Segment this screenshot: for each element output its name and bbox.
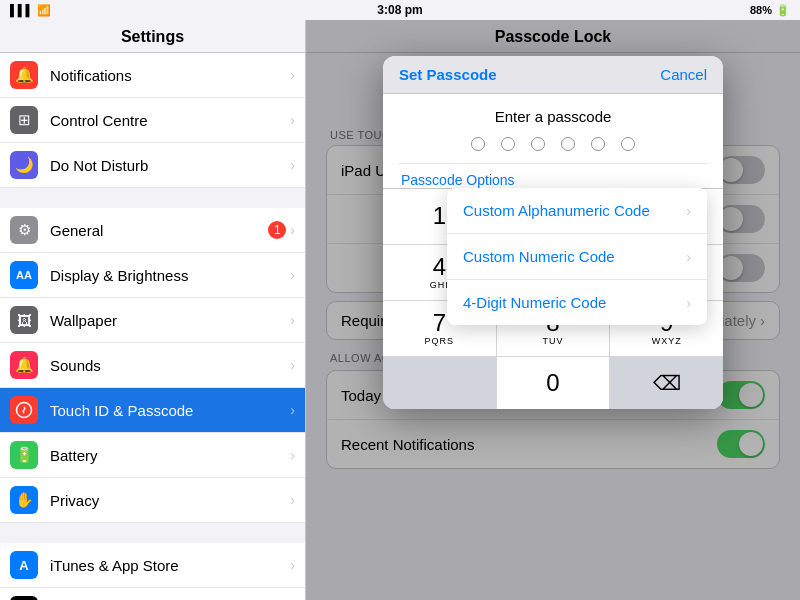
status-bar: ▌▌▌ 📶 3:08 pm 88% 🔋 (0, 0, 800, 20)
dialog-cancel-button[interactable]: Cancel (660, 66, 707, 83)
status-left: ▌▌▌ 📶 (10, 4, 51, 17)
chevron-icon: › (290, 492, 295, 508)
passcode-dots (399, 137, 707, 151)
status-time: 3:08 pm (377, 3, 422, 17)
sidebar-title: Settings (0, 20, 305, 53)
notifications-label: Notifications (50, 67, 290, 84)
chevron-icon: › (290, 402, 295, 418)
sidebar-item-sounds[interactable]: 🔔 Sounds › (0, 343, 305, 388)
options-item-4digit[interactable]: 4-Digit Numeric Code › (447, 280, 707, 325)
sidebar-item-display[interactable]: AA Display & Brightness › (0, 253, 305, 298)
battery-percent: 88% (750, 4, 772, 16)
sidebar-item-wallpaper[interactable]: 🖼 Wallpaper › (0, 298, 305, 343)
dot-5 (591, 137, 605, 151)
dot-6 (621, 137, 635, 151)
wifi-icon: 📶 (37, 4, 51, 17)
passcode-dialog: Set Passcode Cancel Enter a passcode (383, 56, 723, 409)
sidebar-item-do-not-disturb[interactable]: 🌙 Do Not Disturb › (0, 143, 305, 188)
chevron-icon: › (290, 557, 295, 573)
dialog-set-label: Set Passcode (399, 66, 497, 83)
do-not-disturb-label: Do Not Disturb (50, 157, 290, 174)
control-centre-icon: ⊞ (10, 106, 38, 134)
notifications-icon: 🔔 (10, 61, 38, 89)
backspace-icon: ⌫ (653, 371, 681, 395)
dialog-overlay: Set Passcode Cancel Enter a passcode (306, 20, 800, 600)
main-layout: Settings 🔔 Notifications › ⊞ Control Cen… (0, 20, 800, 600)
dot-2 (501, 137, 515, 151)
sidebar-item-control-centre[interactable]: ⊞ Control Centre › (0, 98, 305, 143)
sidebar-item-notifications[interactable]: 🔔 Notifications › (0, 53, 305, 98)
sidebar-group-1: 🔔 Notifications › ⊞ Control Centre › 🌙 D… (0, 53, 305, 188)
chevron-icon: › (290, 447, 295, 463)
num-digit-0: 0 (546, 371, 559, 395)
sidebar: Settings 🔔 Notifications › ⊞ Control Cen… (0, 20, 306, 600)
general-label: General (50, 222, 268, 239)
chevron-icon: › (290, 112, 295, 128)
num-key-backspace[interactable]: ⌫ (610, 357, 723, 409)
passcode-options-container: Passcode Options Custom Alphanumeric Cod… (399, 163, 707, 188)
chevron-icon: › (290, 222, 295, 238)
numeric-chevron: › (686, 249, 691, 265)
dot-1 (471, 137, 485, 151)
do-not-disturb-icon: 🌙 (10, 151, 38, 179)
display-label: Display & Brightness (50, 267, 290, 284)
4digit-label: 4-Digit Numeric Code (463, 294, 606, 311)
sidebar-item-general[interactable]: ⚙ General 1 › (0, 208, 305, 253)
num-digit-1: 1 (433, 204, 446, 228)
alphanumeric-chevron: › (686, 203, 691, 219)
sidebar-group-3: A iTunes & App Store › 💳 Wallet & Apple … (0, 543, 305, 600)
passcode-options-button[interactable]: Passcode Options (401, 172, 515, 188)
numeric-label: Custom Numeric Code (463, 248, 615, 265)
sidebar-gap (0, 188, 305, 208)
enter-passcode-label: Enter a passcode (399, 108, 707, 125)
num-letters-8: TUV (542, 336, 563, 346)
sounds-icon: 🔔 (10, 351, 38, 379)
right-panel: Passcode Lock USE TOUCH ID FOR: (306, 20, 800, 600)
sidebar-item-touch-id[interactable]: Touch ID & Passcode › (0, 388, 305, 433)
chevron-icon: › (290, 267, 295, 283)
chevron-icon: › (290, 312, 295, 328)
sidebar-group-2: ⚙ General 1 › AA Display & Brightness › … (0, 208, 305, 523)
dot-4 (561, 137, 575, 151)
4digit-chevron: › (686, 295, 691, 311)
sidebar-item-battery[interactable]: 🔋 Battery › (0, 433, 305, 478)
privacy-label: Privacy (50, 492, 290, 509)
passcode-options-row: Passcode Options (399, 163, 707, 188)
dialog-body: Enter a passcode Passcode Options (383, 94, 723, 188)
num-digit-4: 4 (433, 255, 446, 279)
battery-label: Battery (50, 447, 290, 464)
general-badge: 1 (268, 221, 286, 239)
status-right: 88% 🔋 (750, 4, 790, 17)
chevron-icon: › (290, 157, 295, 173)
display-icon: AA (10, 261, 38, 289)
num-digit-7: 7 (433, 311, 446, 335)
num-letters-4: GHI (430, 280, 449, 290)
signal-icon: ▌▌▌ (10, 4, 33, 16)
options-dropdown: Custom Alphanumeric Code › Custom Numeri… (447, 188, 707, 325)
num-key-empty (383, 357, 496, 409)
dialog-header: Set Passcode Cancel (383, 56, 723, 94)
num-letters-7: PQRS (425, 336, 455, 346)
itunes-icon: A (10, 551, 38, 579)
sounds-label: Sounds (50, 357, 290, 374)
dot-3 (531, 137, 545, 151)
alphanumeric-label: Custom Alphanumeric Code (463, 202, 650, 219)
num-letters-9: WXYZ (652, 336, 682, 346)
touch-id-icon-sidebar (10, 396, 38, 424)
options-item-alphanumeric[interactable]: Custom Alphanumeric Code › (447, 188, 707, 234)
sidebar-item-wallet[interactable]: 💳 Wallet & Apple Pay › (0, 588, 305, 600)
chevron-icon: › (290, 67, 295, 83)
wallet-icon: 💳 (10, 596, 38, 600)
touch-id-label: Touch ID & Passcode (50, 402, 290, 419)
sidebar-item-itunes[interactable]: A iTunes & App Store › (0, 543, 305, 588)
general-icon: ⚙ (10, 216, 38, 244)
battery-icon: 🔋 (776, 4, 790, 17)
options-item-numeric[interactable]: Custom Numeric Code › (447, 234, 707, 280)
itunes-label: iTunes & App Store (50, 557, 290, 574)
chevron-icon: › (290, 357, 295, 373)
privacy-icon: ✋ (10, 486, 38, 514)
sidebar-gap-2 (0, 523, 305, 543)
wallpaper-label: Wallpaper (50, 312, 290, 329)
sidebar-item-privacy[interactable]: ✋ Privacy › (0, 478, 305, 523)
num-key-0[interactable]: 0 (497, 357, 610, 409)
